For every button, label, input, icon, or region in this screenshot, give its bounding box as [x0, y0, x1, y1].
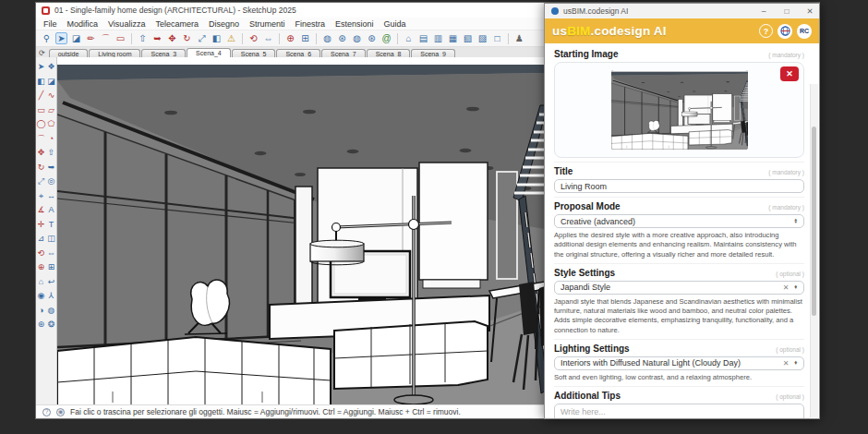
- arc-icon[interactable]: ⌒: [100, 32, 112, 44]
- walk-tool-icon[interactable]: ⅄: [46, 289, 56, 304]
- section-plane-tool-icon[interactable]: ⊿: [36, 232, 46, 247]
- download-model-icon[interactable]: ⊛: [366, 32, 378, 44]
- menu-estensioni[interactable]: Estensioni: [335, 19, 374, 29]
- clear-icon[interactable]: ✕: [783, 359, 790, 368]
- rotate-icon[interactable]: ↻: [181, 32, 193, 44]
- shapes-icon[interactable]: ▭: [115, 32, 127, 44]
- import-model-icon[interactable]: ◍: [351, 32, 363, 44]
- help-icon[interactable]: ?: [42, 408, 51, 416]
- geolocation-icon[interactable]: ◉: [56, 408, 65, 416]
- make-component-tool-icon[interactable]: ❖: [46, 60, 56, 75]
- stepper-icon[interactable]: ▲▼: [794, 219, 798, 223]
- usbim-tool-2-tool-icon[interactable]: ⊛: [36, 318, 46, 332]
- eraser-icon[interactable]: ◪: [70, 32, 82, 44]
- proposal-mode-select[interactable]: Creative (advanced) ▲▼: [554, 214, 804, 228]
- line-tool-icon[interactable]: ╱: [36, 89, 46, 103]
- share-model-icon[interactable]: ◍: [321, 32, 333, 44]
- menu-guida[interactable]: Guida: [384, 19, 406, 29]
- view-top-icon[interactable]: ▤: [417, 32, 429, 44]
- orbit-icon[interactable]: ⟲: [247, 32, 259, 44]
- menu-file[interactable]: File: [43, 19, 57, 29]
- human-figure-icon[interactable]: ♟: [513, 32, 525, 44]
- stepper-icon[interactable]: ▲▼: [794, 361, 798, 366]
- polygon-tool-icon[interactable]: ⬠: [46, 117, 56, 132]
- eraser-tool-icon[interactable]: ◪: [46, 75, 56, 90]
- menu-finestra[interactable]: Finestra: [295, 19, 325, 29]
- menu-visualizza[interactable]: Visualizza: [108, 19, 145, 29]
- usbim-titlebar[interactable]: usBIM.codesign AI – □ ✕: [545, 4, 819, 18]
- menu-disegno[interactable]: Disegno: [209, 19, 239, 29]
- look-around-tool-icon[interactable]: ◑: [36, 304, 46, 319]
- paint-bucket-tool-icon[interactable]: ◧: [36, 75, 46, 90]
- clear-icon[interactable]: ✕: [783, 283, 790, 292]
- move-tool-icon[interactable]: ✥: [36, 146, 46, 161]
- menu-telecamera[interactable]: Telecamera: [155, 19, 199, 29]
- zoom-extents-tool-icon[interactable]: ⌂: [36, 275, 46, 290]
- view-left-icon[interactable]: ▧: [462, 32, 474, 44]
- arc-tool-icon[interactable]: ⌒: [36, 132, 46, 147]
- push-pull-tool-icon[interactable]: ⇧: [46, 146, 56, 161]
- select-icon[interactable]: ➤: [55, 32, 67, 44]
- scene-tab-scena_8[interactable]: Scena_8: [367, 49, 411, 57]
- scene-tab-scena_6[interactable]: Scena_6: [276, 49, 320, 57]
- zoom-tool-icon[interactable]: ⊕: [36, 260, 46, 275]
- scale-icon[interactable]: ⤢: [196, 32, 208, 44]
- protractor-tool-icon[interactable]: ∡: [36, 203, 46, 218]
- style-settings-select[interactable]: Japandi Style ✕ ▲▼: [554, 281, 804, 295]
- panel-scrollbar[interactable]: [810, 84, 818, 417]
- scene-tab-scena_3[interactable]: Scena_3: [141, 49, 186, 57]
- geo-locate-icon[interactable]: @: [380, 32, 392, 44]
- minimize-button[interactable]: –: [754, 4, 773, 18]
- refresh-scenes-icon[interactable]: ⟳: [39, 50, 45, 57]
- search-icon[interactable]: ⚲: [41, 32, 53, 44]
- circle-tool-icon[interactable]: ◯: [36, 117, 46, 132]
- view-right-icon[interactable]: ▦: [447, 32, 459, 44]
- scene-tab-scena_4[interactable]: Scena_4: [187, 48, 231, 57]
- title-input[interactable]: Living Room: [554, 179, 804, 193]
- scene-tab-scena_5[interactable]: Scena_5: [232, 49, 276, 57]
- user-avatar[interactable]: RC: [797, 24, 812, 39]
- rotate-tool-icon[interactable]: ↻: [36, 161, 46, 175]
- select-tool-icon[interactable]: ➤: [36, 60, 46, 75]
- remove-image-button[interactable]: ✕: [780, 66, 799, 81]
- lighting-settings-select[interactable]: Interiors with Diffused Natural Light (C…: [554, 356, 804, 370]
- menu-strumenti[interactable]: Strumenti: [249, 19, 285, 29]
- scene-tab-outside[interactable]: outside: [49, 49, 89, 57]
- push-pull-icon[interactable]: ⇧: [137, 32, 149, 44]
- zoom-window-tool-icon[interactable]: ⊞: [46, 260, 56, 275]
- previous-view-tool-icon[interactable]: ↩: [46, 275, 56, 290]
- text-tool-icon[interactable]: A: [46, 203, 56, 218]
- warning-icon[interactable]: ⚠: [225, 32, 237, 44]
- zoom-icon[interactable]: ⊕: [284, 32, 296, 44]
- 3d-text-tool-icon[interactable]: T: [46, 218, 56, 233]
- scene-tab-scena_9[interactable]: Scena_9: [411, 49, 455, 57]
- usbim-tool-3-tool-icon[interactable]: ❂: [46, 318, 56, 332]
- language-globe-icon[interactable]: [778, 24, 792, 39]
- position-camera-tool-icon[interactable]: ◉: [36, 289, 46, 304]
- follow-me-tool-icon[interactable]: ➥: [46, 161, 56, 175]
- stepper-icon[interactable]: ▲▼: [794, 285, 798, 290]
- move-icon[interactable]: ✥: [166, 32, 178, 44]
- additional-tips-input[interactable]: [554, 404, 804, 418]
- offset-tool-icon[interactable]: ◎: [46, 175, 56, 189]
- pan-tool-icon[interactable]: ⇔: [46, 247, 56, 261]
- export-model-icon[interactable]: ⊛: [336, 32, 348, 44]
- scene-tab-living-room[interactable]: Living room: [89, 49, 140, 57]
- usbim-tool-1-tool-icon[interactable]: ◍: [46, 304, 56, 319]
- scrollbar-thumb[interactable]: [812, 127, 816, 316]
- pan-icon[interactable]: ⇔: [262, 32, 274, 44]
- line-icon[interactable]: ✏: [85, 32, 97, 44]
- freehand-tool-icon[interactable]: ∿: [46, 89, 56, 103]
- view-iso-icon[interactable]: ⌂: [403, 32, 415, 44]
- close-button[interactable]: ✕: [801, 4, 819, 18]
- view-bottom-icon[interactable]: □: [491, 32, 503, 44]
- rectangle-tool-icon[interactable]: ▭: [36, 103, 46, 118]
- menu-modifica[interactable]: Modifica: [67, 19, 99, 29]
- zoom-window-icon[interactable]: ⊞: [299, 32, 311, 44]
- orbit-tool-icon[interactable]: ⟲: [36, 247, 46, 261]
- rotated-rectangle-tool-icon[interactable]: ▱: [46, 103, 56, 118]
- follow-me-icon[interactable]: ➥: [151, 32, 163, 44]
- scale-tool-icon[interactable]: ⤢: [36, 175, 46, 189]
- view-front-icon[interactable]: ▥: [432, 32, 444, 44]
- view-back-icon[interactable]: ▨: [476, 32, 488, 44]
